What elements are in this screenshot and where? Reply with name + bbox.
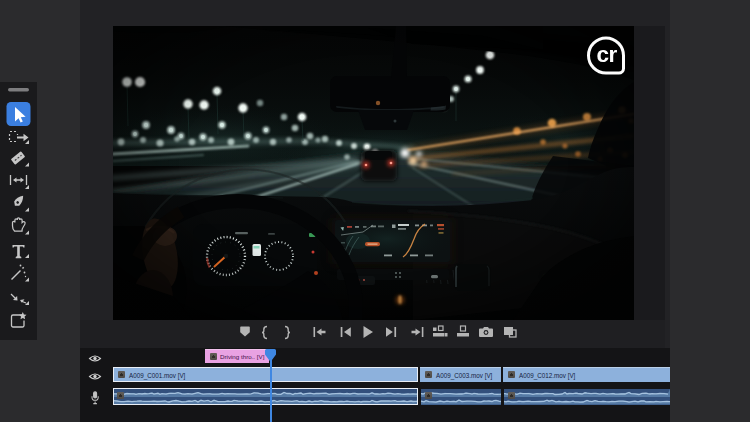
svg-text:cr: cr: [597, 42, 618, 67]
